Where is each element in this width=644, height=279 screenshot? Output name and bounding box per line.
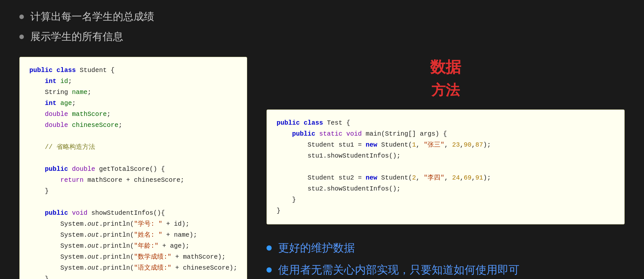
bottom-bullet-text-2: 使用者无需关心内部实现，只要知道如何使用即可 bbox=[278, 263, 519, 277]
right-code-block: public class Test { public static void m… bbox=[267, 109, 625, 224]
bullet-text-1: 计算出每一名学生的总成绩 bbox=[30, 10, 154, 24]
right-column: 数据 方法 public class Test { public static … bbox=[267, 57, 625, 277]
bullet-text-2: 展示学生的所有信息 bbox=[30, 30, 123, 44]
bullet-dot-1 bbox=[19, 15, 24, 19]
main-content: public class Student { int id; String na… bbox=[19, 57, 625, 279]
bottom-bullet-item-2: 使用者无需关心内部实现，只要知道如何使用即可 bbox=[267, 263, 625, 277]
bottom-bullets-section: 更好的维护数据 使用者无需关心内部实现，只要知道如何使用即可 bbox=[267, 241, 625, 277]
data-title: 数据 bbox=[430, 57, 461, 78]
left-code-block: public class Student { int id; String na… bbox=[19, 57, 247, 279]
left-column: public class Student { int id; String na… bbox=[19, 57, 247, 279]
bullet-dot-blue-1 bbox=[267, 245, 272, 251]
bullet-item-1: 计算出每一名学生的总成绩 bbox=[19, 10, 625, 24]
page: 计算出每一名学生的总成绩 展示学生的所有信息 public class Stud… bbox=[0, 0, 644, 279]
bullet-dot-blue-2 bbox=[267, 267, 272, 273]
bottom-bullet-item-1: 更好的维护数据 bbox=[267, 241, 625, 255]
bottom-bullet-text-1: 更好的维护数据 bbox=[278, 241, 355, 255]
method-title: 方法 bbox=[431, 81, 460, 100]
bullet-dot-2 bbox=[19, 35, 24, 39]
bullet-item-2: 展示学生的所有信息 bbox=[19, 30, 625, 44]
right-header: 数据 方法 bbox=[267, 57, 625, 100]
top-bullets-section: 计算出每一名学生的总成绩 展示学生的所有信息 bbox=[19, 10, 625, 44]
